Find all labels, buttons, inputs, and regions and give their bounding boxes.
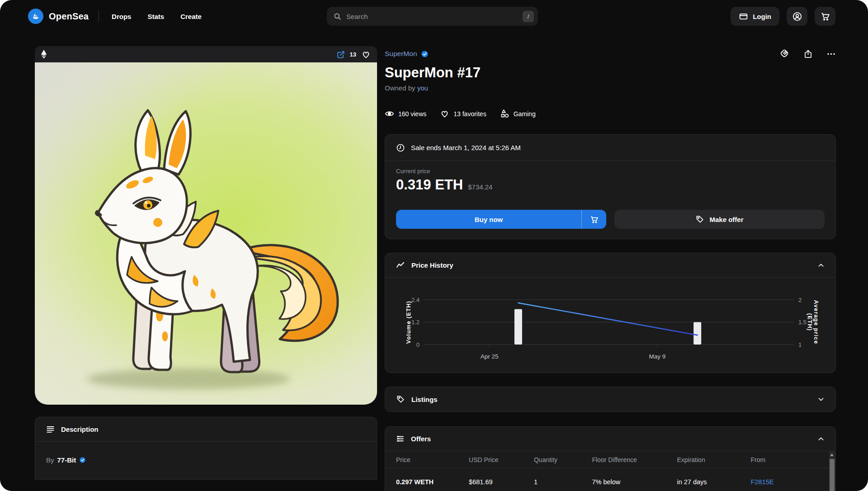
owner-link[interactable]: you	[417, 84, 428, 92]
svg-text:Volume (ETH): Volume (ETH)	[406, 301, 412, 344]
collection-link[interactable]: SuperMon	[385, 50, 429, 58]
external-link-icon[interactable]	[336, 50, 345, 59]
shapes-icon	[500, 109, 509, 118]
eye-icon	[385, 109, 394, 118]
creator-name[interactable]: 77-Bit	[57, 456, 76, 464]
price-chart-svg: 011.21.52.42Apr 25May 9Volume (ETH)Avera…	[385, 278, 836, 371]
listings-card: Listings	[385, 387, 836, 412]
listings-title: Listings	[411, 396, 438, 403]
offers-card: Offers Price USD Price Quantity Floor Di…	[385, 426, 836, 491]
svg-text:2.4: 2.4	[411, 297, 420, 303]
deal-icon[interactable]	[780, 49, 790, 59]
favorites-count: 13 favorites	[453, 110, 486, 118]
description-lines-icon	[46, 425, 55, 434]
make-offer-button[interactable]: Make offer	[614, 210, 825, 229]
offer-expiration: in 27 days	[677, 478, 750, 486]
offer-row: 0.297 WETH $681.69 1 7% below in 27 days…	[385, 468, 830, 491]
ethereum-icon	[41, 49, 47, 59]
views-stat: 160 views	[385, 109, 426, 118]
main-content: 13	[0, 33, 868, 491]
svg-text:Apr 25: Apr 25	[481, 353, 499, 360]
brand-name: OpenSea	[49, 11, 89, 22]
svg-text:1.2: 1.2	[411, 319, 420, 326]
search-shortcut-key: /	[523, 11, 534, 22]
item-title: SuperMon #17	[385, 65, 836, 81]
nav-link-drops[interactable]: Drops	[112, 13, 131, 20]
description-card: Description By 77-Bit	[35, 417, 377, 480]
offers-table-header: Price USD Price Quantity Floor Differenc…	[385, 451, 830, 468]
offers-title: Offers	[411, 435, 431, 443]
offer-usd: $681.69	[469, 478, 534, 486]
cart-button[interactable]	[815, 7, 835, 26]
trend-icon	[396, 261, 405, 270]
opensea-boat-icon	[28, 9, 43, 24]
fox-illustration	[35, 62, 377, 405]
price-history-title: Price History	[411, 261, 453, 269]
account-button[interactable]	[787, 7, 807, 26]
chevron-down-icon[interactable]	[817, 396, 825, 403]
svg-text:2: 2	[798, 297, 802, 303]
chevron-up-icon[interactable]	[817, 435, 825, 443]
offers-header[interactable]: Offers	[385, 427, 835, 451]
details-column: SuperMon SuperMon #	[385, 46, 836, 491]
sale-countdown: Sale ends March 1, 2024 at 5:26 AM	[385, 135, 835, 161]
category-label: Gaming	[514, 110, 536, 118]
offer-floor-difference: 7% below	[592, 478, 677, 486]
current-price-label: Current price	[396, 168, 825, 175]
description-bottom-divider	[35, 479, 377, 480]
collection-verified-icon	[421, 50, 429, 58]
offers-table: Price USD Price Quantity Floor Differenc…	[385, 451, 835, 491]
col-expiration: Expiration	[677, 456, 750, 463]
col-quantity: Quantity	[534, 456, 592, 463]
list-icon	[396, 434, 405, 443]
svg-text:1: 1	[798, 341, 802, 348]
share-icon[interactable]	[803, 49, 813, 59]
cart-icon	[820, 11, 830, 22]
by-prefix: By	[46, 456, 54, 464]
heart-icon	[440, 109, 449, 118]
description-title: Description	[61, 425, 99, 433]
owned-by-line: Owned by you	[385, 84, 836, 92]
scrollbar-thumb[interactable]	[830, 459, 835, 491]
tag-icon	[695, 215, 704, 224]
offer-quantity: 1	[534, 478, 592, 486]
price-section: Current price 0.319 ETH $734.24 Buy now	[385, 161, 835, 239]
collection-name: SuperMon	[385, 50, 417, 58]
col-usd-price: USD Price	[469, 456, 534, 463]
sale-card: Sale ends March 1, 2024 at 5:26 AM Curre…	[385, 134, 836, 239]
item-actions	[780, 49, 836, 59]
search-bar[interactable]: /	[327, 7, 538, 26]
offer-price: 0.297 WETH	[396, 478, 469, 486]
price-history-card: Price History 011.21.52.42Apr 25May 9Vol…	[385, 253, 836, 373]
description-header[interactable]: Description	[35, 417, 377, 442]
opensea-logo[interactable]: OpenSea	[28, 9, 89, 24]
buy-now-button[interactable]: Buy now	[396, 210, 606, 229]
price-usd: $734.24	[468, 183, 492, 191]
views-count: 160 views	[398, 110, 426, 118]
description-body: By 77-Bit	[35, 442, 377, 479]
nav-links: Drops Stats Create	[112, 13, 202, 20]
stats-row: 160 views 13 favorites Gaming	[385, 109, 836, 118]
nav-link-create[interactable]: Create	[180, 13, 202, 20]
opensea-page: OpenSea Drops Stats Create / Login	[0, 0, 868, 491]
nft-artwork[interactable]	[35, 62, 377, 405]
price-history-header[interactable]: Price History	[385, 253, 835, 278]
listings-header[interactable]: Listings	[385, 387, 835, 411]
add-to-cart-button[interactable]	[582, 210, 606, 229]
login-label: Login	[753, 13, 771, 20]
svg-text:Average price(ETH): Average price(ETH)	[807, 300, 819, 345]
account-icon	[792, 11, 802, 22]
nav-divider	[99, 10, 99, 22]
chevron-up-icon[interactable]	[817, 262, 825, 269]
search-input[interactable]	[346, 13, 518, 20]
offer-from-link[interactable]: F2815E	[750, 478, 830, 486]
favorite-heart-icon[interactable]	[361, 50, 371, 59]
svg-text:1.5: 1.5	[798, 319, 807, 326]
more-options-icon[interactable]	[826, 49, 836, 59]
buy-now-label[interactable]: Buy now	[396, 210, 581, 229]
scroll-up-arrow[interactable]	[830, 453, 834, 456]
nav-link-stats[interactable]: Stats	[147, 13, 164, 20]
offers-scrollbar[interactable]	[829, 452, 835, 491]
image-favorites-count: 13	[350, 51, 356, 58]
login-button[interactable]: Login	[731, 7, 779, 26]
